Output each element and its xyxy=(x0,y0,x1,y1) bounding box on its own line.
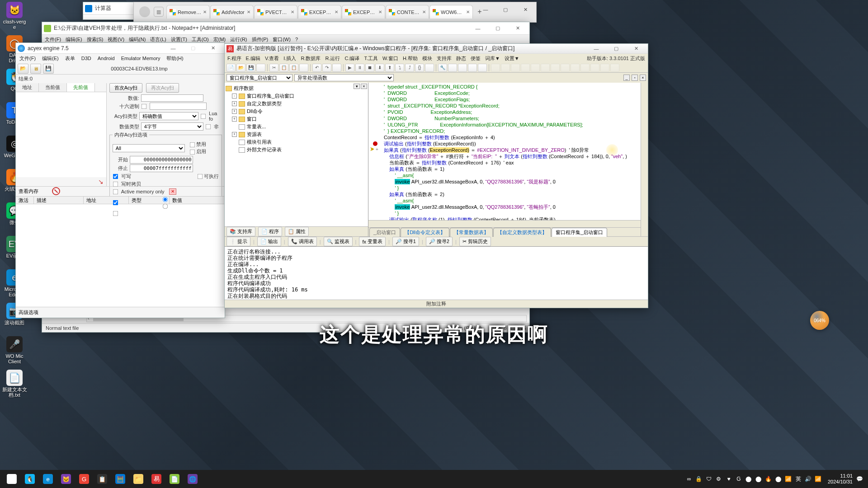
elang-toolbar-button[interactable] xyxy=(511,64,520,72)
taskbar-app[interactable]: 🐧 xyxy=(21,470,39,488)
elang-toolbar-button[interactable] xyxy=(521,64,530,72)
elang-bottom-tab[interactable]: 📞调用表 xyxy=(288,237,317,246)
acy-menu-item[interactable]: D3D xyxy=(81,56,91,61)
npp-maximize-button[interactable]: ▢ xyxy=(488,23,508,34)
tree-item[interactable]: +自定义数据类型 xyxy=(226,100,367,108)
elang-toolbar-button[interactable]: ⤵ xyxy=(395,64,404,72)
tray-icon[interactable]: 🔊 xyxy=(804,475,812,483)
npp-menu-item[interactable]: 语言(L) xyxy=(150,36,166,43)
elang-editor-tab[interactable]: 【Dll命令定义表】 xyxy=(401,228,449,237)
elang-toolbar-button[interactable] xyxy=(468,64,477,72)
tree-item[interactable]: +Dll命令 xyxy=(226,108,367,115)
tray-icon[interactable]: ⚙ xyxy=(715,475,723,483)
tray-icon[interactable]: 🛡 xyxy=(705,475,713,483)
desktop-icon[interactable]: 🎤WO MicClient xyxy=(2,336,27,369)
elang-toolbar-button[interactable] xyxy=(551,64,560,72)
elang-toolbar-button[interactable]: 📋 xyxy=(279,64,288,72)
npp-menu-item[interactable]: ? xyxy=(295,37,298,42)
tree-item[interactable]: +窗口 xyxy=(226,115,367,123)
elang-menu-item[interactable]: T.工具 xyxy=(364,55,378,62)
elang-menubar[interactable]: F.程序E.编辑V.查看I.插入R.数据库R.运行C.编译T.工具W.窗口H.帮… xyxy=(225,54,648,63)
acy-pause-checkbox[interactable] xyxy=(113,211,118,216)
elang-toolbar-button[interactable] xyxy=(332,64,341,72)
elang-class-combo[interactable]: 窗口程序集_启动窗口 xyxy=(226,74,292,81)
tab-close-icon[interactable]: ✕ xyxy=(203,9,207,14)
acy-fastscan-checkbox[interactable] xyxy=(113,200,118,205)
elang-editor-tab[interactable]: 【自定义数据类型表】 xyxy=(493,228,551,237)
acy-first-scan-button[interactable]: 首次Acy扫 xyxy=(109,83,142,93)
acy-tool-save[interactable]: 💾 xyxy=(43,64,54,74)
tree-item[interactable]: +资源表 xyxy=(226,131,367,138)
acy-menubar[interactable]: 文件(F)编辑(E)表单D3DAndroidEmulator Memory帮助(… xyxy=(16,54,225,63)
taskbar-app[interactable]: e xyxy=(39,470,57,488)
tab-close-icon[interactable]: ✕ xyxy=(378,9,382,14)
elang-menu-item[interactable]: 设置▼ xyxy=(505,55,519,62)
elang-toolbar-button[interactable] xyxy=(299,64,308,72)
elang-menu-item[interactable]: 支持库 xyxy=(437,55,452,62)
tray-icon[interactable]: 📶 xyxy=(784,475,793,483)
edge-tab[interactable]: AddVector✕ xyxy=(210,5,254,19)
elang-mdi-min[interactable]: _ xyxy=(623,75,630,81)
taskbar-app[interactable]: ⊞ xyxy=(3,470,21,488)
elang-toolbar-button[interactable]: 💾 xyxy=(246,64,255,72)
elang-menu-item[interactable]: F.程序 xyxy=(227,55,241,62)
acy-tab-address[interactable]: 地址 xyxy=(16,83,39,92)
edge-tab[interactable]: RemoveVec✕ xyxy=(166,5,210,19)
elang-tree-close[interactable]: × xyxy=(361,84,367,89)
npp-close-button[interactable]: ✕ xyxy=(508,23,528,34)
acy-menu-item[interactable]: Emulator Memory xyxy=(121,56,160,61)
elang-toolbar-button[interactable] xyxy=(600,64,609,72)
elang-toolbar-button[interactable] xyxy=(491,64,500,72)
acy-lastdigits-radio[interactable] xyxy=(163,203,168,209)
elang-lowtab-program[interactable]: 📄 程序 xyxy=(258,227,282,236)
acy-hex-checkbox[interactable] xyxy=(141,103,146,109)
elang-toolbar-button[interactable] xyxy=(458,64,467,72)
taskbar-app[interactable]: 🌐 xyxy=(184,470,202,488)
elang-toolbar-button[interactable] xyxy=(501,64,510,72)
npp-menu-item[interactable]: 运行(R) xyxy=(230,36,247,43)
edge-tab[interactable]: PVECTORE✕ xyxy=(254,5,297,19)
elang-minimize-button[interactable]: — xyxy=(586,43,606,55)
taskbar-app[interactable]: G xyxy=(75,470,93,488)
npp-menu-item[interactable]: 插件(P) xyxy=(252,36,269,43)
elang-close-button[interactable]: ✕ xyxy=(626,43,646,55)
tab-close-icon[interactable]: ✕ xyxy=(291,9,294,14)
tray-icon[interactable]: ⬤ xyxy=(745,475,753,483)
acy-minimize-button[interactable]: — xyxy=(163,42,183,54)
acy-start-input[interactable] xyxy=(130,156,193,164)
tray-icon[interactable]: 英 xyxy=(794,475,802,483)
acy-exec-checkbox[interactable] xyxy=(198,174,203,179)
taskbar-app[interactable]: 🐱 xyxy=(57,470,75,488)
tray-icon[interactable]: 📶 xyxy=(814,475,822,483)
desktop-icon[interactable]: 📄新建文本文档.txt xyxy=(2,370,27,402)
taskbar-notification-icon[interactable]: 💬 xyxy=(855,475,863,483)
tree-item[interactable]: 常量表... xyxy=(226,123,367,131)
acy-writable-checkbox[interactable] xyxy=(113,174,118,179)
elang-toolbar-button[interactable]: ⏹ xyxy=(365,64,374,72)
npp-menu-item[interactable]: 工具(O) xyxy=(192,36,209,43)
elang-editor-tab[interactable]: _启动窗口 xyxy=(369,228,400,237)
elang-toolbar-button[interactable]: ✂ xyxy=(269,64,278,72)
edge-tab[interactable]: WOW64_CC✕ xyxy=(429,5,473,19)
edge-tab[interactable]: CONTEXT (✕ xyxy=(386,5,429,19)
acy-enable-checkbox[interactable] xyxy=(189,149,195,155)
npp-minimize-button[interactable]: — xyxy=(468,23,488,34)
elang-bottom-tabs[interactable]: ❕提示|📄输出|📞调用表|🔍监视表|fx变量表|🔎搜寻1|🔎搜寻2|✂剪辑历史 xyxy=(225,236,648,246)
edge-tab-actions[interactable]: ▥ xyxy=(154,7,164,17)
elang-toolbar-button[interactable]: 📂 xyxy=(236,64,245,72)
taskbar-app[interactable]: 📄 xyxy=(165,470,184,488)
elang-menu-item[interactable]: 模块 xyxy=(422,55,432,62)
elang-mdi-close[interactable]: × xyxy=(640,75,646,81)
elang-toolbar-button[interactable]: ⏸ xyxy=(355,64,364,72)
elang-lowtab-support[interactable]: 📚 支持库 xyxy=(226,227,255,236)
acy-align-radio[interactable] xyxy=(163,197,168,202)
taskbar-app[interactable]: 易 xyxy=(147,470,165,488)
elang-toolbar-button[interactable]: ▶ xyxy=(345,64,354,72)
edge-maximize-button[interactable]: ▢ xyxy=(495,3,515,16)
tab-close-icon[interactable]: ✕ xyxy=(466,9,470,14)
acy-valtype-select[interactable]: 4字节 xyxy=(141,122,203,131)
tray-icon[interactable]: ⬤ xyxy=(774,475,783,483)
npp-menu-item[interactable]: 编码(N) xyxy=(129,36,146,43)
elang-editor-tabs[interactable]: _启动窗口【Dll命令定义表】【常量数据表】【自定义数据类型表】窗口程序集_启动… xyxy=(368,227,641,236)
elang-code-editor[interactable]: ⮞ + ' typedef struct _EXCEPTION_RECORD {… xyxy=(368,83,641,220)
